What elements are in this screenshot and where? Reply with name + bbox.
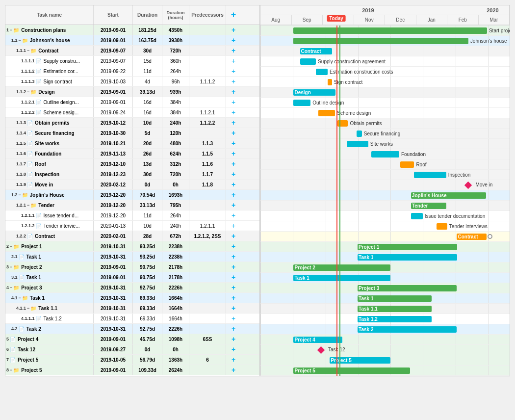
task-add-button[interactable]: + <box>226 46 241 55</box>
task-add-button[interactable]: + <box>226 169 241 179</box>
table-row[interactable]: 1.2.1.1📄Issue tender d...2019-12-2011d26… <box>5 210 259 221</box>
gantt-bar[interactable] <box>316 69 328 75</box>
task-add-button[interactable]: + <box>226 334 241 344</box>
table-row[interactable]: 1.1.1.1📄Supply constru...2019-09-0715d36… <box>5 56 259 66</box>
expand-icon[interactable]: − <box>19 295 21 300</box>
gantt-bar[interactable] <box>414 172 446 178</box>
table-row[interactable]: 1.1.2.1📄Outline design...2019-09-0116d38… <box>5 97 259 107</box>
expand-icon[interactable]: − <box>27 203 29 208</box>
expand-icon[interactable]: − <box>10 264 12 269</box>
task-add-button[interactable]: + <box>226 324 241 334</box>
table-row[interactable]: 3−📁Project 22019-09-0190.75d2178h+ <box>5 262 259 272</box>
task-add-button[interactable]: + <box>226 293 241 303</box>
table-row[interactable]: 1.1.7📄Roof2019-12-1013d312h1.1.6+ <box>5 159 259 169</box>
task-add-button[interactable]: + <box>226 66 241 76</box>
table-row[interactable]: 2−📁Project 12019-10-3193.25d2238h+ <box>5 241 259 252</box>
gantt-bar[interactable] <box>347 141 368 147</box>
task-name-text: Johnson's house <box>30 38 70 43</box>
table-row[interactable]: 1.2.1−📁Tender2019-12-2033.13d795h+ <box>5 200 259 210</box>
table-row[interactable]: 1−📁Construction plans2019-09-01181.25d43… <box>5 25 259 35</box>
expand-icon[interactable]: − <box>27 48 29 53</box>
table-row[interactable]: 1.1.3📄Obtain permits2019-10-1210d240h1.1… <box>5 118 259 128</box>
task-add-button[interactable]: + <box>226 25 241 35</box>
expand-icon[interactable]: − <box>19 192 21 197</box>
table-row[interactable]: 6📄Task 122019-09-270d0h+ <box>5 344 259 355</box>
task-add-button[interactable]: + <box>226 210 241 220</box>
task-add-button[interactable]: + <box>226 262 241 272</box>
task-add-button[interactable]: + <box>226 35 241 45</box>
table-row[interactable]: 4−📁Project 32019-10-3192.75d2226h+ <box>5 283 259 293</box>
table-row[interactable]: 1.2−📁Joplin's House2019-12-2070.54d1693h… <box>5 190 259 200</box>
task-add-button[interactable]: + <box>226 149 241 158</box>
table-row[interactable]: 1.1−📁Johnson's house2019-09-01163.75d393… <box>5 35 259 46</box>
gantt-bar[interactable] <box>371 151 399 158</box>
task-add-button[interactable]: + <box>226 87 241 97</box>
th-add-button[interactable]: + <box>226 5 241 25</box>
task-add-button[interactable]: + <box>226 200 241 210</box>
table-row[interactable]: 1.1.1.3📄Sign contract2019-10-034d96h1.1.… <box>5 77 259 87</box>
task-add-button[interactable]: + <box>226 252 241 262</box>
task-add-button[interactable]: + <box>226 190 241 200</box>
table-row[interactable]: 1.1.9📄Move in2020-02-120d0h1.1.8+ <box>5 180 259 190</box>
task-add-button[interactable]: + <box>226 118 241 128</box>
expand-icon[interactable]: − <box>27 89 29 94</box>
expand-icon[interactable]: − <box>19 38 21 43</box>
gantt-bar[interactable] <box>293 38 468 44</box>
gantt-bar[interactable] <box>357 131 362 137</box>
table-row[interactable]: 8−📁Project 52019-09-01109.33d2624h+ <box>5 365 259 375</box>
task-add-button[interactable]: + <box>226 241 241 251</box>
table-row[interactable]: 7📄Project 52019-10-0556.79d1363h6+ <box>5 355 259 365</box>
gantt-bar[interactable] <box>293 27 487 34</box>
table-row[interactable]: 1.1.2.2📄Scheme desig...2019-09-2416d384h… <box>5 107 259 118</box>
gantt-bar[interactable] <box>328 79 332 85</box>
table-row[interactable]: 4.1.1.1📄Task 1.22019-10-3169.33d1664h+ <box>5 314 259 324</box>
task-add-button[interactable]: + <box>226 355 241 365</box>
task-add-button[interactable]: + <box>226 56 241 66</box>
table-row[interactable]: 5📄Project 42019-09-0145.75d1098h6SS+ <box>5 334 259 344</box>
grid-line <box>293 293 293 303</box>
task-add-button[interactable]: + <box>226 303 241 313</box>
table-row[interactable]: 1.1.2−📁Design2019-09-0139.13d939h+ <box>5 87 259 97</box>
task-add-button[interactable]: + <box>226 97 241 107</box>
expand-icon[interactable]: − <box>10 27 12 32</box>
grid-line <box>423 56 423 66</box>
table-row[interactable]: 1.2.1.2📄Tender intervie...2020-01-1310d2… <box>5 221 259 231</box>
gantt-bar[interactable] <box>300 58 316 65</box>
expand-icon[interactable]: − <box>27 306 29 311</box>
task-add-button[interactable]: + <box>226 138 241 148</box>
task-add-button[interactable]: + <box>226 272 241 282</box>
task-add-button[interactable]: + <box>226 365 241 375</box>
table-row[interactable]: 4.1−📁Task 12019-10-3169.33d1664h+ <box>5 293 259 303</box>
task-add-button[interactable]: + <box>226 231 241 241</box>
task-add-button[interactable]: + <box>226 159 241 169</box>
task-add-button[interactable]: + <box>226 283 241 292</box>
gantt-bar[interactable] <box>337 120 348 127</box>
gantt-bar[interactable] <box>437 223 447 230</box>
gantt-bar[interactable] <box>318 110 335 116</box>
table-row[interactable]: 2.1📄Task 12019-10-3193.25d2238h+ <box>5 252 259 262</box>
table-row[interactable]: 1.1.5📄Site works2019-10-2120d480h1.1.3+ <box>5 138 259 149</box>
table-row[interactable]: 1.1.1.2📄Estimation cor...2019-09-2211d26… <box>5 66 259 77</box>
expand-icon[interactable]: − <box>10 368 12 372</box>
table-row[interactable]: 4.2📄Task 22019-10-3192.75d2226h+ <box>5 324 259 334</box>
task-add-button[interactable]: + <box>226 344 241 354</box>
task-add-button[interactable]: + <box>226 221 241 231</box>
table-row[interactable]: 1.1.1−📁Contract2019-09-0730d720h+ <box>5 46 259 56</box>
gantt-bar[interactable] <box>293 100 310 106</box>
table-row[interactable]: 1.2.2📄Contract2020-02-0128d672h1.2.1.2, … <box>5 231 259 241</box>
task-add-button[interactable]: + <box>226 128 241 138</box>
grid-line <box>488 314 489 324</box>
table-row[interactable]: 1.1.8📄Inspection2019-12-2330d720h1.1.7+ <box>5 169 259 180</box>
table-row[interactable]: 1.1.4📄Secure financing2019-10-305d120h+ <box>5 128 259 138</box>
task-add-button[interactable]: + <box>226 180 241 189</box>
table-row[interactable]: 3.1📄Task 12019-09-0190.75d2178h+ <box>5 272 259 283</box>
task-add-button[interactable]: + <box>226 314 241 323</box>
table-row[interactable]: 4.1.1−📁Task 1.12019-10-3169.33d1664h+ <box>5 303 259 314</box>
table-row[interactable]: 1.1.6📄Foundation2019-11-1326d624h1.1.5+ <box>5 149 259 159</box>
gantt-bar[interactable] <box>400 161 414 168</box>
task-add-button[interactable]: + <box>226 107 241 117</box>
task-add-button[interactable]: + <box>226 77 241 86</box>
expand-icon[interactable]: − <box>10 285 12 290</box>
expand-icon[interactable]: − <box>10 244 12 249</box>
gantt-bar[interactable] <box>411 213 423 219</box>
